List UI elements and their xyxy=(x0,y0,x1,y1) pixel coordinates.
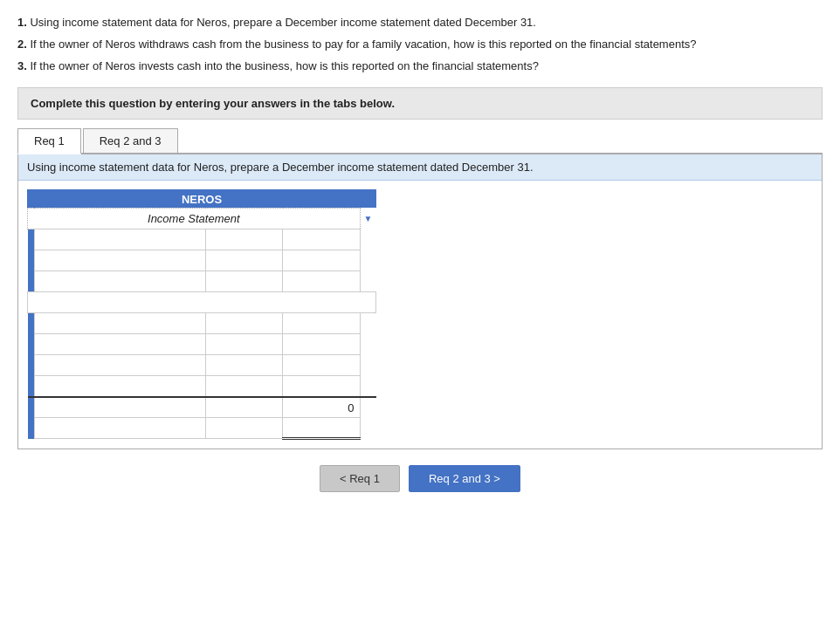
spacer xyxy=(360,418,375,439)
label-cell xyxy=(34,271,205,292)
label-input[interactable] xyxy=(38,339,202,351)
row-marker xyxy=(28,376,35,397)
tab-req2and3[interactable]: Req 2 and 3 xyxy=(83,128,178,153)
right-cell xyxy=(283,229,360,250)
spacer xyxy=(360,229,375,250)
instructions: 1. Using income statement data for Neros… xyxy=(17,14,823,75)
right-cell xyxy=(283,313,360,334)
mid-cell xyxy=(205,355,282,376)
table-row xyxy=(28,229,376,250)
right-cell xyxy=(283,376,360,397)
label-input[interactable] xyxy=(38,402,202,414)
table-title: NEROS xyxy=(27,189,376,208)
spacer xyxy=(360,313,375,334)
total-row: 0 xyxy=(28,397,376,418)
label-input[interactable] xyxy=(38,234,202,246)
gap-row xyxy=(28,292,376,313)
label-cell xyxy=(34,229,205,250)
label-input[interactable] xyxy=(38,380,202,393)
label-input[interactable] xyxy=(38,276,202,288)
table-row xyxy=(28,250,376,271)
row-marker xyxy=(28,418,35,439)
mid-cell xyxy=(205,229,282,250)
label-input[interactable] xyxy=(38,422,202,435)
income-table: NEROS Income Statement ▼ xyxy=(27,189,376,440)
spacer xyxy=(360,334,375,355)
mid-input[interactable] xyxy=(210,255,279,267)
spacer xyxy=(360,250,375,271)
mid-cell xyxy=(205,376,282,397)
table-row xyxy=(28,376,376,397)
mid-input[interactable] xyxy=(210,380,279,393)
right-cell xyxy=(283,334,360,355)
bottom-nav: < Req 1 Req 2 and 3 > xyxy=(17,465,823,492)
table-subtitle: Income Statement xyxy=(28,209,361,229)
label-input[interactable] xyxy=(38,360,202,372)
subtitle-row: Income Statement ▼ xyxy=(28,209,376,229)
mid-cell xyxy=(205,397,282,418)
mid-cell xyxy=(205,313,282,334)
row-marker xyxy=(28,397,35,418)
instruction-line2: 2. If the owner of Neros withdraws cash … xyxy=(17,36,823,54)
row-marker xyxy=(28,271,35,292)
label-cell xyxy=(34,250,205,271)
tab-instruction: Using income statement data for Neros, p… xyxy=(18,154,822,181)
tab-req1[interactable]: Req 1 xyxy=(17,128,81,154)
label-input[interactable] xyxy=(38,318,202,330)
row-marker xyxy=(28,229,35,250)
label-cell xyxy=(34,334,205,355)
table-row xyxy=(28,334,376,355)
right-cell xyxy=(283,250,360,271)
final-row xyxy=(28,418,376,439)
row-marker xyxy=(28,313,35,334)
right-cell: 0 xyxy=(283,397,360,418)
right-input[interactable] xyxy=(286,276,355,288)
right-cell xyxy=(283,355,360,376)
spacer xyxy=(360,397,375,418)
next-button[interactable]: Req 2 and 3 > xyxy=(409,465,520,492)
label-cell xyxy=(34,376,205,397)
right-cell xyxy=(283,271,360,292)
mid-cell xyxy=(205,334,282,355)
prev-button[interactable]: < Req 1 xyxy=(320,465,400,492)
tab-content: Using income statement data for Neros, p… xyxy=(17,154,823,449)
mid-input[interactable] xyxy=(210,339,279,351)
row-marker xyxy=(28,334,35,355)
tabs-bar: Req 1 Req 2 and 3 xyxy=(17,128,823,154)
spacer xyxy=(360,376,375,397)
right-input[interactable] xyxy=(286,422,355,435)
label-cell xyxy=(34,313,205,334)
mid-input[interactable] xyxy=(210,360,279,372)
instruction-line3: 3. If the owner of Neros invests cash in… xyxy=(17,58,823,76)
label-cell xyxy=(34,397,205,418)
spacer xyxy=(360,271,375,292)
complete-box: Complete this question by entering your … xyxy=(17,87,823,120)
table-row xyxy=(28,313,376,334)
dropdown-arrow-icon[interactable]: ▼ xyxy=(360,209,375,229)
row-marker xyxy=(28,250,35,271)
table-row xyxy=(28,271,376,292)
mid-cell xyxy=(205,271,282,292)
spacer xyxy=(360,355,375,376)
mid-cell xyxy=(205,418,282,439)
right-cell xyxy=(283,418,360,439)
mid-input[interactable] xyxy=(210,318,279,330)
mid-cell xyxy=(205,250,282,271)
row-marker xyxy=(28,355,35,376)
mid-input[interactable] xyxy=(210,234,279,246)
label-input[interactable] xyxy=(38,255,202,267)
page: 1. Using income statement data for Neros… xyxy=(0,0,840,506)
label-cell xyxy=(34,355,205,376)
complete-label: Complete this question by entering your … xyxy=(31,97,395,110)
instruction-line1: 1. Using income statement data for Neros… xyxy=(17,14,823,32)
label-cell xyxy=(34,418,205,439)
gap-cell xyxy=(28,292,376,313)
table-row xyxy=(28,355,376,376)
table-area: NEROS Income Statement ▼ xyxy=(18,181,822,449)
